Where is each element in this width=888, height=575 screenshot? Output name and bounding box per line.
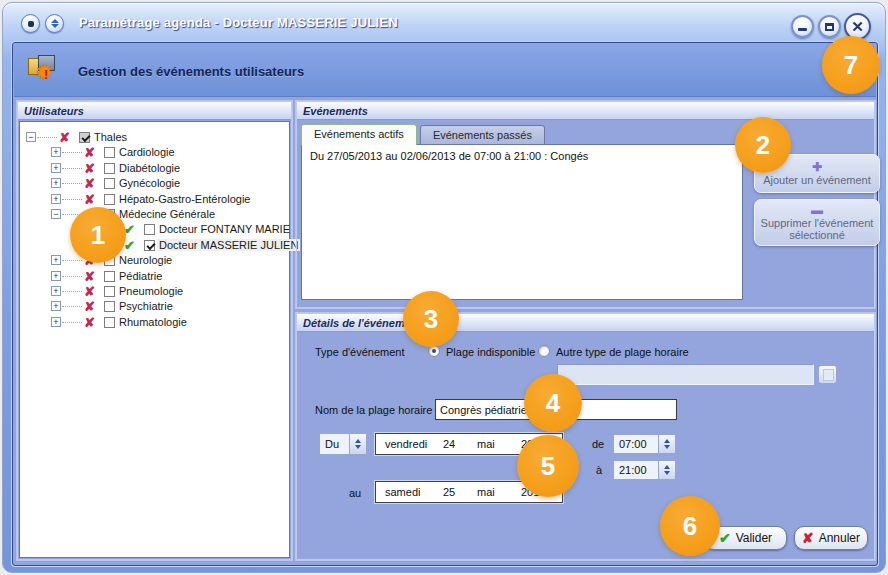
expand-plus-icon[interactable]: + (51, 178, 61, 188)
tree-label[interactable]: Cardiologie (117, 146, 177, 158)
radio-plage-indisponible-label[interactable]: Plage indisponible (446, 346, 535, 358)
tree-item-diab-tologie[interactable]: +✘Diabétologie (20, 161, 289, 176)
tree-item-neurologie[interactable]: +✘Neurologie (20, 253, 289, 268)
du-selector[interactable]: Du (319, 433, 367, 455)
tab-evenements-actifs[interactable]: Evénements actifs (301, 124, 417, 145)
tree-item-docteur-fontany-marie[interactable]: ✔Docteur FONTANY MARIE (20, 222, 289, 237)
add-event-label: Ajouter un événement (763, 174, 871, 186)
up-down-arrows-icon (51, 19, 59, 28)
du-spinner-icon[interactable] (349, 434, 366, 454)
collapse-minus-icon[interactable]: − (51, 209, 61, 219)
red-cross-icon: ✘ (802, 530, 814, 546)
expand-plus-icon[interactable]: + (51, 194, 61, 204)
tree-item-h-pato-gastro-ent-rologie[interactable]: +✘Hépato-Gastro-Entérologie (20, 192, 289, 207)
a-label: à (596, 464, 602, 476)
tree-connector (62, 168, 82, 169)
tree-checkbox[interactable] (104, 194, 115, 205)
tree-checkbox[interactable] (104, 163, 115, 174)
tree-label[interactable]: Psychiatrie (117, 300, 175, 312)
tree-checkbox[interactable] (144, 240, 155, 251)
callout-4: 4 (524, 374, 582, 432)
window-rollup-button[interactable] (45, 14, 64, 33)
tree-label[interactable]: Thales (92, 131, 129, 143)
tree-item-thales[interactable]: −✘Thales (20, 130, 289, 145)
tree-item-gyn-cologie[interactable]: +✘Gynécologie (20, 176, 289, 191)
minimize-button[interactable] (791, 15, 814, 38)
delete-event-label-line2: sélectionné (789, 229, 845, 241)
start-time-value: 07:00 (614, 435, 658, 453)
expand-plus-icon[interactable]: + (51, 255, 61, 265)
callout-7: 7 (822, 36, 880, 94)
tree-label[interactable]: Docteur MASSERIE JULIEN (157, 239, 300, 251)
tree-item-rhumatologie[interactable]: +✘Rhumatologie (20, 315, 289, 330)
expand-plus-icon[interactable]: + (51, 163, 61, 173)
tree-label[interactable]: Diabétologie (117, 162, 182, 174)
callout-5: 5 (517, 435, 579, 497)
tree-label[interactable]: Pédiatrie (117, 270, 164, 282)
tree-checkbox[interactable] (104, 301, 115, 312)
expand-plus-icon[interactable]: + (51, 147, 61, 157)
maximize-button[interactable] (818, 15, 841, 38)
tree-connector (62, 260, 82, 261)
tree-connector (62, 276, 82, 277)
tree-item-cardiologie[interactable]: +✘Cardiologie (20, 145, 289, 160)
tree-label[interactable]: Pneumologie (117, 285, 185, 297)
window-menu-button[interactable] (21, 14, 40, 33)
start-date-day: 24 (443, 438, 477, 450)
tree-connector (62, 306, 82, 307)
tab-evenements-passes[interactable]: Evénements passés (420, 125, 545, 145)
details-panel-title: Détails de l'événement (297, 314, 874, 332)
other-type-browse-button[interactable] (818, 365, 837, 384)
tree-label[interactable]: Hépato-Gastro-Entérologie (117, 193, 252, 205)
other-type-field[interactable] (557, 364, 814, 385)
expand-plus-icon[interactable]: + (51, 271, 61, 281)
minus-icon: ▬ (811, 204, 823, 217)
du-selector-value: Du (320, 434, 349, 454)
collapse-minus-icon[interactable]: − (26, 132, 36, 142)
tree-checkbox[interactable] (104, 317, 115, 328)
tree-label[interactable]: Médecine Générale (117, 208, 217, 220)
radio-autre-type[interactable] (538, 345, 550, 357)
tree-checkbox[interactable] (104, 286, 115, 297)
radio-autre-type-label[interactable]: Autre type de plage horaire (556, 346, 689, 358)
window-menu-icon (28, 21, 34, 27)
tree-checkbox[interactable] (104, 178, 115, 189)
end-time-spinner[interactable]: 21:00 (613, 460, 676, 480)
tree-item-psychiatrie[interactable]: +✘Psychiatrie (20, 299, 289, 314)
app-window: Paramétrage agenda - Docteur MASSERIE JU… (2, 2, 886, 573)
expand-plus-icon[interactable]: + (51, 317, 61, 327)
tree-checkbox[interactable] (79, 132, 90, 143)
tree-item-docteur-masserie-julien[interactable]: ✔Docteur MASSERIE JULIEN (20, 238, 289, 253)
tree-connector (62, 183, 82, 184)
start-time-spinner-icon[interactable] (658, 435, 675, 453)
events-tabbar: Evénements actifsEvénements passés (301, 123, 545, 145)
expand-plus-icon[interactable]: + (51, 301, 61, 311)
users-panel: Utilisateurs −✘Thales+✘Cardiologie+✘Diab… (17, 101, 292, 560)
green-check-icon: ✔ (719, 530, 731, 546)
tree-checkbox[interactable] (104, 147, 115, 158)
start-time-spinner[interactable]: 07:00 (613, 434, 676, 454)
tree-item-pneumologie[interactable]: +✘Pneumologie (20, 284, 289, 299)
callout-6: 6 (660, 496, 720, 556)
tree-item-m-decine-g-n-rale[interactable]: −✘Médecine Générale (20, 207, 289, 222)
tree-label[interactable]: Rhumatologie (117, 316, 189, 328)
event-item[interactable]: Du 27/05/2013 au 02/06/2013 de 07:00 à 2… (302, 145, 742, 162)
tree-label[interactable]: Gynécologie (117, 177, 182, 189)
callout-1: 1 (70, 207, 126, 263)
tree-connector (62, 322, 82, 323)
tree-label[interactable]: Neurologie (117, 254, 174, 266)
end-time-spinner-icon[interactable] (658, 461, 675, 479)
end-date-weekday: samedi (385, 486, 443, 498)
tree-item-p-diatrie[interactable]: +✘Pédiatrie (20, 269, 289, 284)
tree-checkbox[interactable] (104, 271, 115, 282)
cancel-button[interactable]: ✘ Annuler (794, 526, 868, 550)
tree-checkbox[interactable] (144, 224, 155, 235)
red-x-icon: ✘ (84, 161, 95, 176)
slot-name-label: Nom de la plage horaire (315, 404, 432, 416)
delete-event-button[interactable]: ▬ Supprimer l'événement sélectionné (754, 199, 880, 246)
red-x-icon: ✘ (84, 299, 95, 314)
events-list[interactable]: Du 27/05/2013 au 02/06/2013 de 07:00 à 2… (301, 144, 743, 300)
tree-label[interactable]: Docteur FONTANY MARIE (157, 223, 292, 235)
expand-plus-icon[interactable]: + (51, 286, 61, 296)
app-header: ✹! Gestion des événements utilisateurs (14, 44, 876, 97)
